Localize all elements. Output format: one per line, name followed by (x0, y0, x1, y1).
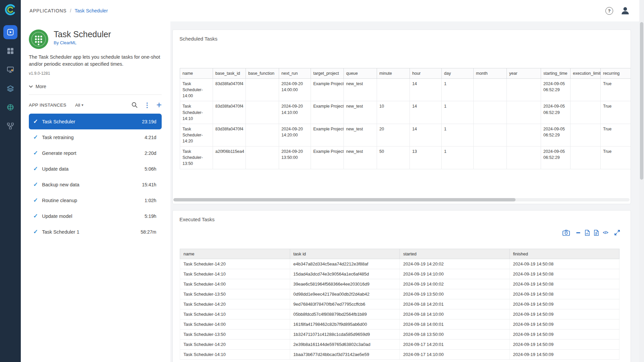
expand-button[interactable] (614, 229, 621, 236)
cell-task-id-link[interactable]: 9ed768483f78470fb67ed7795ccffcb6 (290, 299, 400, 309)
instance-elapsed-time: 5:19h (145, 214, 156, 219)
app-instances-title: APP INSTANCES (29, 103, 66, 108)
scheduled-task-row: Task Scheduler-14:10 83d38fa0470f4 2024-… (180, 101, 631, 124)
executed-task-row: Task Scheduler-13:50 1b324711071c41288c1… (180, 329, 620, 340)
breadcrumb-current-page: Task Scheduler (74, 8, 108, 13)
vertical-scrollbar-track[interactable] (639, 0, 644, 362)
scheduled-column-header: day (442, 68, 474, 79)
scheduled-column-header: year (507, 68, 541, 79)
cell-next-run: 2024-09-20 14:20:00 (279, 124, 311, 146)
scheduled-tasks-title: Scheduled Tasks (179, 36, 217, 42)
cell-execution-limit (571, 79, 601, 101)
cell-base-task-id-link[interactable]: 83d38fa0470f4 (213, 79, 246, 101)
nav-datasets[interactable] (3, 81, 17, 96)
check-icon: ✓ (33, 165, 38, 172)
cell-month (474, 124, 507, 146)
cell-base-function (246, 124, 279, 146)
filter-value: All (75, 103, 80, 108)
search-button[interactable] (131, 102, 138, 108)
instance-row[interactable]: ✓ Update data 5:06h (29, 161, 162, 177)
clearml-logo[interactable] (4, 3, 17, 16)
instance-label: Update data (42, 166, 68, 172)
cell-next-run: 2024-09-20 14:10:00 (279, 101, 311, 124)
cell-target-project: Example Project (311, 146, 344, 169)
cell-started: 2024-09-19 14:00:02 (400, 279, 510, 289)
cell-task-id-link[interactable]: 161f8fa41798462c82b7f9d895ab6d00 (290, 319, 400, 329)
cell-started: 2024-09-18 14:10:00 (400, 309, 510, 319)
collapse-button[interactable] (576, 229, 581, 236)
cell-task-id-link[interactable]: 05bb8fdcd57c4f808879bd2564fb1b89 (290, 309, 400, 319)
nav-pipelines[interactable] (3, 119, 17, 133)
instance-row[interactable]: ✓ Generate report 2:20d (29, 145, 162, 161)
help-button[interactable]: ? (605, 7, 613, 15)
instance-row[interactable]: ✓ Update model 5:19h (29, 208, 162, 224)
user-avatar[interactable] (620, 5, 631, 16)
download-xlsx-button[interactable] (585, 230, 590, 236)
check-icon: ✓ (33, 118, 38, 125)
kebab-menu-icon[interactable]: ⋮ (144, 101, 150, 109)
projects-grid-icon (7, 47, 14, 55)
horizontal-scrollbar-thumb[interactable] (173, 198, 516, 201)
cell-finished: 2024-09-19 14:50:09 (509, 299, 620, 309)
cell-task-id-link[interactable]: 15dad4a3dcd74e3c90564a1ec6af485d (290, 269, 400, 279)
cell-task-id-link[interactable]: 0d98dd1e9eec42178ea00db2f2d4ab42 (290, 289, 400, 299)
scheduled-column-header: starting_time (541, 68, 571, 79)
instances-filter-dropdown[interactable]: All ▾ (75, 103, 84, 108)
cell-task-name: Task Scheduler-14:10 (180, 350, 290, 360)
instance-row[interactable]: ✓ Task Scheduler 1 58:27m (29, 224, 162, 240)
download-csv-button[interactable] (594, 230, 599, 236)
cell-base-task-id-link[interactable]: 83d38fa0470f4 (213, 101, 246, 124)
instance-row[interactable]: ✓ Routine cleanup 1:02h (29, 192, 162, 208)
breadcrumb-applications[interactable]: APPLICATIONS (30, 8, 66, 13)
cell-task-id-link[interactable]: 1baa73b677d24bbcacf3d73142ae5e59 (290, 350, 400, 360)
cell-year (507, 79, 541, 101)
scheduled-task-row: Task Scheduler-14:00 83d38fa0470f4 2024-… (180, 79, 631, 101)
cell-task-id-link[interactable]: 1b324711071c41288c1cda585d9659d9 (290, 329, 400, 340)
cell-recurring: True (601, 101, 631, 124)
instance-row[interactable]: ✓ Backup new data 15:41h (29, 177, 162, 192)
cell-next-run: 2024-09-20 14:00:00 (279, 79, 311, 101)
vertical-scrollbar-thumb[interactable] (640, 22, 643, 180)
executed-table-wrapper: nametask idstartedfinished Task Schedule… (180, 249, 620, 360)
horizontal-scrollbar-track[interactable] (173, 198, 630, 201)
embed-code-button[interactable]: </> (603, 230, 608, 235)
cell-task-name: Task Scheduler-14:10 (180, 269, 290, 279)
cell-starting-time: 2024-09-05 06:52:29 (541, 101, 571, 124)
nav-hyperdatasets[interactable] (3, 100, 17, 114)
cell-task-name: Task Scheduler-14:00 (180, 279, 290, 289)
instance-label: Task Scheduler 1 (42, 229, 79, 235)
app-description: The Task Scheduler app lets you schedule… (29, 54, 164, 68)
nav-applications[interactable] (3, 25, 17, 39)
cell-name: Task Scheduler-14:00 (180, 79, 213, 101)
datasets-layers-icon (7, 85, 14, 92)
search-icon (131, 102, 138, 108)
instance-row[interactable]: ✓ Task Scheduler 23:19d (29, 114, 162, 129)
add-instance-button[interactable]: + (156, 101, 162, 109)
nav-workers[interactable] (3, 63, 17, 77)
sphere-icon (7, 104, 14, 111)
nav-projects[interactable] (3, 44, 17, 58)
by-clearml-link[interactable]: By ClearML (54, 40, 76, 45)
executed-column-header: name (180, 249, 290, 259)
more-toggle[interactable]: More (29, 84, 46, 89)
cell-finished: 2024-09-19 14:50:09 (509, 340, 620, 350)
cell-hour: 14 (410, 124, 442, 146)
cell-day: 1 (442, 146, 474, 169)
snapshot-button[interactable] (562, 230, 570, 236)
cell-base-task-id-link[interactable]: 83d38fa0470f4 (213, 124, 246, 146)
scheduled-column-header: name (180, 68, 213, 79)
page-title: Task Scheduler (54, 29, 111, 39)
pipelines-icon (7, 122, 14, 130)
cell-task-id-link[interactable]: 2e39b8a161144de59765d63802c3a0ad (290, 340, 400, 350)
cell-hour: 14 (410, 79, 442, 101)
cell-base-task-id-link[interactable]: a20f06b115ea4 (213, 146, 246, 169)
scheduled-header-row: namebase_task_idbase_functionnext_runtar… (180, 68, 631, 79)
cell-task-name: Task Scheduler-13:50 (180, 329, 290, 340)
cell-year (507, 146, 541, 169)
breadcrumb: APPLICATIONS / Task Scheduler (30, 8, 108, 13)
more-label: More (36, 84, 46, 89)
instance-row[interactable]: ✓ Task retraining 4:21d (29, 129, 162, 145)
scheduled-table-wrapper: namebase_task_idbase_functionnext_runtar… (180, 68, 631, 169)
cell-task-id-link[interactable]: 39eae6c581964f568366e4ee203016d9 (290, 279, 400, 289)
cell-task-id-link[interactable]: e4b347a82d334c5eaa74d2212e3f88af (290, 259, 400, 269)
